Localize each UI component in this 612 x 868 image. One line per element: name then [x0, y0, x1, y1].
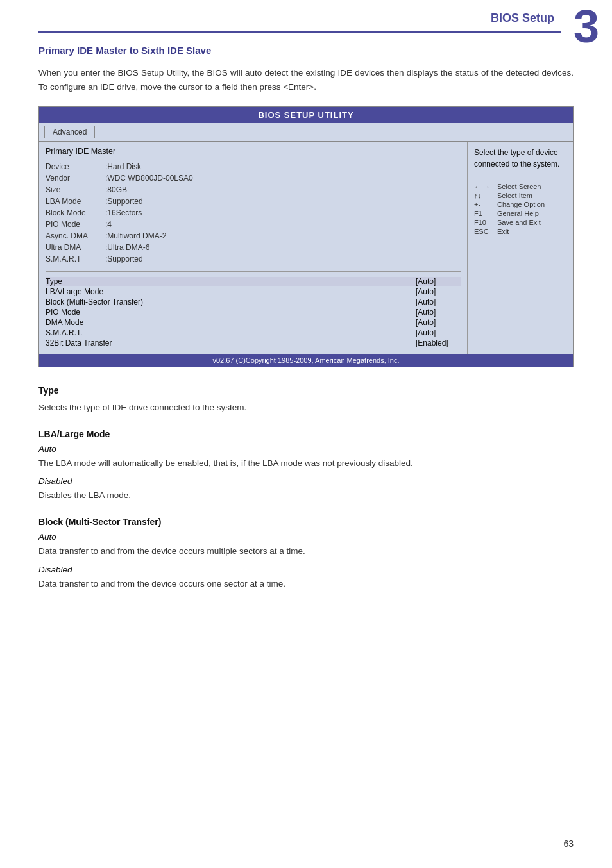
config-label: S.M.A.R.T.	[46, 328, 416, 337]
bios-divider	[46, 271, 461, 272]
lba-auto-label: Auto	[38, 444, 574, 454]
help-text: Select the type of device connected to t…	[474, 147, 566, 170]
key-symbol: F1	[474, 210, 493, 217]
config-row[interactable]: Type[Auto]	[46, 277, 461, 286]
device-label: Block Mode	[46, 207, 100, 219]
advanced-tab[interactable]: Advanced	[44, 126, 95, 138]
device-info-row: Device:Hard Disk	[46, 161, 461, 172]
bios-utility-header: BIOS SETUP UTILITY	[39, 107, 573, 123]
key-list: ← →Select Screen↑↓Select Item+-Change Op…	[474, 183, 566, 235]
device-value: :Ultra DMA-6	[105, 242, 149, 253]
bios-setup-label: BIOS Setup	[491, 12, 554, 25]
type-title: Type	[38, 385, 574, 396]
device-info-row: Block Mode:16Sectors	[46, 207, 461, 219]
device-info-row: S.M.A.R.T:Supported	[46, 253, 461, 265]
config-value: [Auto]	[416, 308, 461, 317]
chapter-number: 3	[574, 3, 599, 49]
config-row[interactable]: Block (Multi-Sector Transfer)[Auto]	[46, 297, 461, 306]
lba-disabled-label: Disabled	[38, 476, 574, 486]
config-value: [Auto]	[416, 328, 461, 337]
device-value: :80GB	[105, 184, 127, 196]
key-description: Select Screen	[497, 183, 541, 190]
config-row[interactable]: 32Bit Data Transfer[Enabled]	[46, 338, 461, 347]
block-auto-body: Data transfer to and from the device occ…	[38, 544, 574, 558]
device-label: Size	[46, 184, 100, 196]
config-label: DMA Mode	[46, 318, 416, 327]
key-row: ESCExit	[474, 228, 566, 235]
key-symbol: F10	[474, 219, 493, 226]
device-info: Device:Hard DiskVendor:WDC WD800JD-00LSA…	[46, 161, 461, 265]
config-row[interactable]: DMA Mode[Auto]	[46, 318, 461, 327]
block-disabled-label: Disabled	[38, 565, 574, 574]
lba-disabled-body: Disables the LBA mode.	[38, 488, 574, 503]
lba-auto-body: The LBA mode will automatically be enabl…	[38, 456, 574, 471]
key-description: Select Item	[497, 192, 532, 199]
key-description: General Help	[497, 210, 539, 217]
config-label: Type	[46, 277, 416, 286]
bios-right-panel: Select the type of device connected to t…	[467, 142, 573, 354]
device-info-row: LBA Mode:Supported	[46, 196, 461, 207]
key-description: Exit	[497, 228, 509, 235]
lba-title: LBA/Large Mode	[38, 429, 574, 439]
header-line	[38, 31, 561, 33]
config-value: [Auto]	[416, 297, 461, 306]
bios-body: Primary IDE Master Device:Hard DiskVendo…	[39, 142, 573, 354]
top-bar: BIOS Setup 3	[0, 0, 612, 38]
device-label: Async. DMA	[46, 230, 100, 242]
config-label: 32Bit Data Transfer	[46, 338, 416, 347]
device-label: S.M.A.R.T	[46, 253, 100, 265]
key-row: F1General Help	[474, 210, 566, 217]
key-symbol: +-	[474, 201, 493, 208]
config-value: [Auto]	[416, 318, 461, 327]
device-info-row: Size:80GB	[46, 184, 461, 196]
device-value: :16Sectors	[105, 207, 142, 219]
block-auto-label: Auto	[38, 532, 574, 542]
key-row: ↑↓Select Item	[474, 192, 566, 199]
main-content: Primary IDE Master to Sixth IDE Slave Wh…	[0, 0, 612, 635]
bios-utility-box: BIOS SETUP UTILITY Advanced Primary IDE …	[38, 106, 574, 367]
config-value: [Auto]	[416, 277, 461, 286]
primary-ide-title: Primary IDE Master	[46, 147, 461, 156]
key-row: +-Change Option	[474, 201, 566, 208]
config-rows: Type[Auto]LBA/Large Mode[Auto]Block (Mul…	[46, 277, 461, 347]
key-symbol: ↑↓	[474, 192, 493, 199]
key-description: Save and Exit	[497, 219, 541, 226]
device-label: LBA Mode	[46, 196, 100, 207]
device-value: :4	[105, 219, 112, 230]
device-info-row: Ultra DMA:Ultra DMA-6	[46, 242, 461, 253]
device-value: :Hard Disk	[105, 161, 141, 172]
config-label: LBA/Large Mode	[46, 287, 416, 296]
device-info-row: Vendor:WDC WD800JD-00LSA0	[46, 172, 461, 184]
device-value: :Supported	[105, 196, 143, 207]
device-label: PIO Mode	[46, 219, 100, 230]
config-value: [Auto]	[416, 287, 461, 296]
device-value: :WDC WD800JD-00LSA0	[105, 172, 193, 184]
page-number: 63	[563, 839, 574, 849]
key-symbol: ← →	[474, 183, 493, 190]
block-title: Block (Multi-Sector Transfer)	[38, 517, 574, 527]
bios-tabs: Advanced	[39, 123, 573, 142]
config-label: Block (Multi-Sector Transfer)	[46, 297, 416, 306]
config-row[interactable]: LBA/Large Mode[Auto]	[46, 287, 461, 296]
bios-footer: v02.67 (C)Copyright 1985-2009, American …	[39, 354, 573, 367]
device-label: Device	[46, 161, 100, 172]
key-symbol: ESC	[474, 228, 493, 235]
config-row[interactable]: S.M.A.R.T.[Auto]	[46, 328, 461, 337]
type-body: Selects the type of IDE drive connected …	[38, 401, 574, 415]
device-label: Vendor	[46, 172, 100, 184]
key-description: Change Option	[497, 201, 545, 208]
key-row: F10Save and Exit	[474, 219, 566, 226]
device-info-row: Async. DMA:Multiword DMA-2	[46, 230, 461, 242]
config-label: PIO Mode	[46, 308, 416, 317]
key-row: ← →Select Screen	[474, 183, 566, 190]
config-value: [Enabled]	[416, 338, 461, 347]
block-disabled-body: Data transfer to and from the device occ…	[38, 577, 574, 591]
bios-left-panel: Primary IDE Master Device:Hard DiskVendo…	[39, 142, 467, 354]
section-title: Primary IDE Master to Sixth IDE Slave	[38, 45, 574, 56]
config-row[interactable]: PIO Mode[Auto]	[46, 308, 461, 317]
intro-text: When you enter the BIOS Setup Utility, t…	[38, 66, 574, 94]
device-value: :Multiword DMA-2	[105, 230, 166, 242]
device-info-row: PIO Mode:4	[46, 219, 461, 230]
device-value: :Supported	[105, 253, 143, 265]
device-label: Ultra DMA	[46, 242, 100, 253]
